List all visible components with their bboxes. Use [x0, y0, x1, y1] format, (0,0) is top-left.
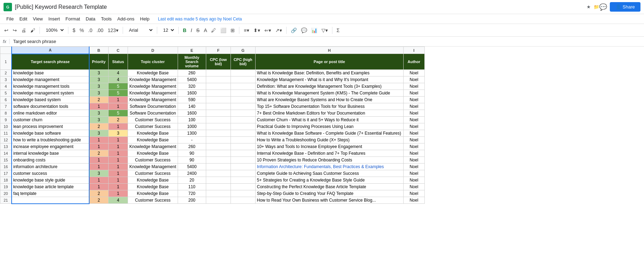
hdr-I[interactable]: Author: [403, 54, 424, 70]
cell-E-8[interactable]: 1600: [178, 110, 206, 117]
chart-button[interactable]: 📊: [310, 27, 319, 34]
cell-G-4[interactable]: [231, 83, 255, 90]
cell-A-9[interactable]: customer churn: [12, 117, 89, 123]
cell-D-16[interactable]: Knowledge Management: [128, 164, 178, 170]
cell-B-12[interactable]: 1: [89, 137, 109, 143]
cell-I-2[interactable]: Noel: [403, 70, 424, 76]
cell-A-3[interactable]: knowledge management: [12, 76, 89, 83]
cell-D-6[interactable]: Knowledge Management: [128, 97, 178, 103]
cell-B-19[interactable]: 1: [89, 184, 109, 190]
hdr-F[interactable]: CPC (lowbid): [206, 54, 231, 70]
merge-button[interactable]: ⊞: [229, 27, 236, 34]
cell-I-8[interactable]: Noel: [403, 110, 424, 117]
percent-button[interactable]: %: [78, 27, 85, 34]
cell-C-14[interactable]: 1: [109, 150, 128, 157]
cell-F-9[interactable]: [206, 117, 231, 123]
cell-I-16[interactable]: Noel: [403, 164, 424, 170]
chat-icon[interactable]: 💬: [599, 3, 607, 11]
cell-F-11[interactable]: [206, 130, 231, 137]
cell-D-12[interactable]: Knowledge Base: [128, 137, 178, 143]
cell-B-14[interactable]: 2: [89, 150, 109, 157]
cell-C-8[interactable]: 5: [109, 110, 128, 117]
cell-D-7[interactable]: Software Documentation: [128, 103, 178, 110]
cell-B-15[interactable]: 1: [89, 157, 109, 164]
cell-A-16[interactable]: information architecture: [12, 164, 89, 170]
cell-B-18[interactable]: 1: [89, 177, 109, 184]
cell-A-14[interactable]: internal knowledge base: [12, 150, 89, 157]
cell-E-20[interactable]: 720: [178, 190, 206, 197]
redo-button[interactable]: ↪: [11, 27, 18, 34]
cell-H-3[interactable]: Knowledge Management - What is it and Wh…: [255, 76, 403, 83]
cell-H-4[interactable]: Definition: What are Knowledge Managemen…: [255, 83, 403, 90]
cell-E-10[interactable]: 1000: [178, 123, 206, 130]
cell-F-4[interactable]: [206, 83, 231, 90]
bold-button[interactable]: B: [182, 27, 188, 34]
cell-A-2[interactable]: knowledge base: [12, 70, 89, 76]
cell-H-2[interactable]: What is Knowledge Base: Definition, Bene…: [255, 70, 403, 76]
cell-D-20[interactable]: Knowledge Base: [128, 190, 178, 197]
cell-E-14[interactable]: 90: [178, 150, 206, 157]
col-header-A[interactable]: A: [12, 47, 89, 54]
cell-I-18[interactable]: Noel: [403, 177, 424, 184]
cell-I-11[interactable]: Noel: [403, 130, 424, 137]
cell-B-2[interactable]: 3: [89, 70, 109, 76]
cell-E-15[interactable]: 90: [178, 157, 206, 164]
cell-C-18[interactable]: 1: [109, 177, 128, 184]
cell-I-12[interactable]: Noel: [403, 137, 424, 143]
cell-F-13[interactable]: [206, 143, 231, 150]
hdr-B[interactable]: Priority: [89, 54, 109, 70]
cell-I-7[interactable]: Noel: [403, 103, 424, 110]
cell-E-19[interactable]: 110: [178, 184, 206, 190]
cell-B-4[interactable]: 3: [89, 83, 109, 90]
cell-H-12[interactable]: How to Write a Troubleshooting Guide (X+…: [255, 137, 403, 143]
cell-H-15[interactable]: 10 Proven Strategies to Reduce Onboardin…: [255, 157, 403, 164]
cell-D-19[interactable]: Knowledge Base: [128, 184, 178, 190]
cell-E-16[interactable]: 5400: [178, 164, 206, 170]
text-rotate-button[interactable]: ↗▾: [274, 27, 283, 34]
strikethrough-button[interactable]: S: [195, 27, 201, 34]
cell-E-2[interactable]: 260: [178, 70, 206, 76]
cell-E-17[interactable]: 2400: [178, 170, 206, 177]
cell-B-7[interactable]: 1: [89, 103, 109, 110]
menu-file[interactable]: File: [4, 16, 17, 22]
menu-insert[interactable]: Insert: [45, 16, 63, 22]
cell-D-17[interactable]: Customer Success: [128, 170, 178, 177]
cell-I-6[interactable]: Noel: [403, 97, 424, 103]
cell-B-8[interactable]: 3: [89, 110, 109, 117]
cell-I-17[interactable]: Noel: [403, 170, 424, 177]
cell-F-18[interactable]: [206, 177, 231, 184]
col-header-D[interactable]: D: [128, 47, 178, 54]
cell-B-16[interactable]: 1: [89, 164, 109, 170]
paint-format-button[interactable]: 🖌: [29, 27, 37, 34]
col-header-F[interactable]: F: [206, 47, 231, 54]
cell-E-4[interactable]: 320: [178, 83, 206, 90]
cell-B-13[interactable]: 1: [89, 143, 109, 150]
undo-button[interactable]: ↩: [3, 27, 10, 34]
cell-C-12[interactable]: 1: [109, 137, 128, 143]
cell-F-5[interactable]: [206, 90, 231, 97]
text-wrap-button[interactable]: ⇐▾: [263, 27, 272, 34]
cell-C-11[interactable]: 3: [109, 130, 128, 137]
cell-B-3[interactable]: 3: [89, 76, 109, 83]
zoom-select[interactable]: 100%: [43, 26, 65, 34]
menu-data[interactable]: Data: [83, 16, 98, 22]
hdr-H[interactable]: Page or post title: [255, 54, 403, 70]
cell-B-11[interactable]: 3: [89, 130, 109, 137]
cell-G-2[interactable]: [231, 70, 255, 76]
cell-C-15[interactable]: 1: [109, 157, 128, 164]
cell-D-18[interactable]: Knowledge Base: [128, 177, 178, 184]
cell-G-9[interactable]: [231, 117, 255, 123]
menu-addons[interactable]: Add-ons: [115, 16, 137, 22]
cell-G-8[interactable]: [231, 110, 255, 117]
hdr-A[interactable]: Target search phrase: [12, 54, 89, 70]
highlight-button[interactable]: 🖊: [210, 27, 217, 34]
cell-D-14[interactable]: Knowledge Base: [128, 150, 178, 157]
cell-C-3[interactable]: 4: [109, 76, 128, 83]
print-button[interactable]: 🖨: [20, 27, 27, 34]
cell-A-17[interactable]: customer success: [12, 170, 89, 177]
filter-button[interactable]: ▽▾: [320, 27, 329, 34]
cell-B-21[interactable]: 2: [89, 197, 109, 204]
cell-I-14[interactable]: Noel: [403, 150, 424, 157]
cell-H-10[interactable]: Practical Guide to Improving Processes U…: [255, 123, 403, 130]
cell-F-16[interactable]: [206, 164, 231, 170]
